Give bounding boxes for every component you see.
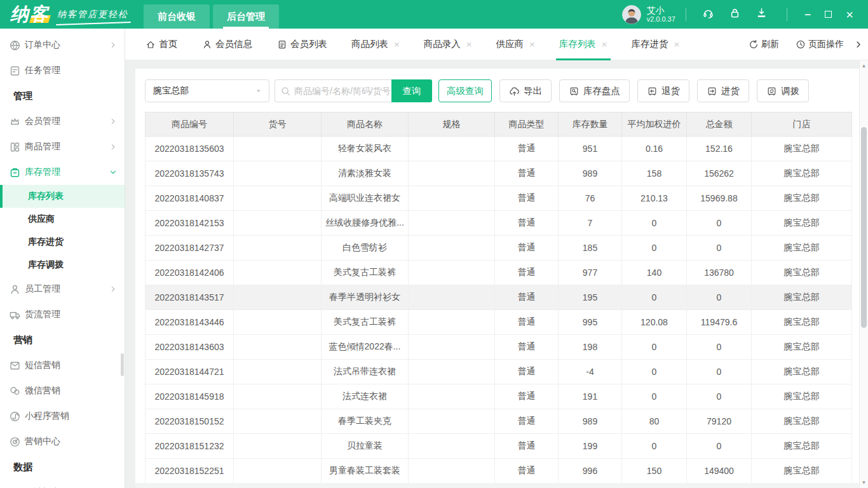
minimize-button[interactable]: −: [804, 9, 811, 20]
sidebar-item-sms-marketing[interactable]: 短信营销: [0, 353, 125, 378]
customer-service-icon[interactable]: [702, 7, 717, 22]
close-button[interactable]: ×: [846, 8, 853, 21]
table-row[interactable]: 20220318135603轻奢女装风衣普通9510.16152.16腕宝总部: [146, 137, 852, 161]
page-tabbar: 首页会员信息会员列表商品列表×商品录入×供应商×库存列表×库存进货× 刷新 页面…: [125, 29, 868, 60]
sidebar-item-logistics-management[interactable]: 货流管理: [0, 302, 125, 327]
column-header: 门店: [752, 112, 852, 137]
tab-home[interactable]: 首页: [137, 29, 186, 60]
maximize-button[interactable]: [825, 11, 832, 18]
chevron-right-icon[interactable]: [854, 40, 863, 49]
sidebar-item-miniprogram-marketing[interactable]: 小程序营销: [0, 403, 125, 429]
table-cell: 0: [687, 434, 752, 459]
scroll-up-arrow-icon[interactable]: ▲: [860, 63, 868, 69]
sidebar-item-statistics-report[interactable]: 统计报表: [0, 480, 125, 488]
tab-inventory-list[interactable]: 库存列表×: [551, 29, 616, 60]
tab-member-list[interactable]: 会员列表: [268, 29, 336, 60]
table-row[interactable]: 20220318142153丝绒收腰修身优雅...普通700腕宝总部: [146, 211, 852, 236]
sidebar-item-inventory-list[interactable]: 库存列表: [0, 185, 125, 208]
table-row[interactable]: 20220318143517春季半透明衬衫女普通19500腕宝总部: [146, 285, 852, 310]
tab-close-icon[interactable]: ×: [529, 39, 535, 50]
table-row[interactable]: 20220318142406美式复古工装裤普通977140136780腕宝总部: [146, 261, 852, 285]
table-row[interactable]: 20220318145918法式连衣裙普通19100腕宝总部: [146, 384, 852, 409]
sidebar-item-staff-management[interactable]: 员工管理: [0, 276, 125, 302]
query-button[interactable]: 查询: [391, 79, 432, 102]
table-row[interactable]: 20220318151232贝拉童装普通19900腕宝总部: [146, 434, 852, 459]
sidebar-item-product-management[interactable]: 商品管理: [0, 134, 125, 159]
tab-inventory-purchase[interactable]: 库存进货×: [623, 29, 688, 60]
sidebar-item-order-center[interactable]: 订单中心: [0, 32, 125, 58]
table-cell: [234, 384, 322, 409]
horizontal-scrollbar-track[interactable]: [135, 483, 859, 488]
sidebar: 订单中心任务管理管理会员管理商品管理库存管理库存列表供应商库存进货库存调拨员工管…: [0, 29, 125, 488]
table-row[interactable]: 20220318143603蓝色倾情2022春...普通19800腕宝总部: [146, 335, 852, 360]
return-goods-button[interactable]: 退货: [637, 79, 689, 102]
table-cell: [234, 137, 322, 161]
user-info[interactable]: 艾小 v2.0.0.37: [647, 5, 675, 24]
table-cell: 腕宝总部: [752, 360, 852, 384]
transfer-button[interactable]: 调拨: [757, 79, 809, 102]
nav-tab-front-cashier[interactable]: 前台收银: [144, 4, 210, 29]
inventory-icon: [9, 166, 21, 179]
tab-product-list[interactable]: 商品列表×: [343, 29, 408, 60]
sidebar-item-label: 订单中心: [25, 39, 60, 51]
sidebar-item-wechat-marketing[interactable]: 微信营销: [0, 378, 125, 403]
sidebar-item-member-management[interactable]: 会员管理: [0, 109, 125, 134]
table-cell: 0: [622, 236, 687, 261]
page-operations-button[interactable]: 页面操作: [796, 39, 844, 50]
nav-tab-backend-admin[interactable]: 后台管理: [213, 4, 279, 29]
tab-close-icon[interactable]: ×: [602, 39, 607, 50]
table-cell: [234, 434, 322, 459]
table-cell: 清素淡雅女装: [322, 161, 409, 186]
table-row[interactable]: 20220318150152春季工装夹克普通9898079120腕宝总部: [146, 409, 852, 434]
table-row[interactable]: 20220318152251男童春装工装套装普通996150149400腕宝总部: [146, 459, 852, 484]
table-cell: 腕宝总部: [752, 310, 852, 335]
table-cell: 腕宝总部: [752, 335, 852, 360]
table-cell: 20220318151232: [146, 434, 234, 459]
user-avatar[interactable]: [622, 5, 641, 24]
close-icon: ×: [846, 8, 853, 21]
sidebar-item-marketing-center[interactable]: 营销中心: [0, 429, 125, 454]
sidebar-item-inventory-transfer[interactable]: 库存调拨: [0, 254, 125, 276]
refresh-button[interactable]: 刷新: [749, 39, 779, 50]
search-input[interactable]: [294, 86, 391, 96]
table-cell: 普通: [495, 459, 559, 484]
sidebar-item-supplier[interactable]: 供应商: [0, 208, 125, 231]
tab-close-icon[interactable]: ×: [466, 39, 472, 50]
table-cell: 79120: [687, 409, 752, 434]
sidebar-item-task-management[interactable]: 任务管理: [0, 58, 125, 83]
table-cell: 76: [559, 186, 622, 211]
tasks-icon: [9, 65, 21, 77]
export-button[interactable]: 导出: [499, 79, 552, 102]
inventory-table: 商品编号货号商品名称规格商品类型库存数量平均加权进价总金额门店202203181…: [145, 112, 852, 484]
table-row[interactable]: 20220318143446美式复古工装裤普通995120.08119479.6…: [146, 310, 852, 335]
advanced-query-button[interactable]: 高级查询: [438, 79, 492, 102]
app-logo: 纳客 纳客管店更轻松: [0, 2, 135, 27]
sidebar-item-inventory-management[interactable]: 库存管理: [0, 159, 125, 185]
nav-tab-label: 前台收银: [158, 11, 196, 23]
caret-down-icon: [254, 86, 263, 95]
staff-icon: [9, 283, 21, 295]
header-action-icons: [696, 7, 776, 22]
table-row[interactable]: 20220318135743清素淡雅女装普通989158156262腕宝总部: [146, 161, 852, 186]
purchase-button[interactable]: 进货: [697, 79, 749, 102]
table-row[interactable]: 20220318140837高端职业连衣裙女普通76210.1315969.88…: [146, 186, 852, 211]
vertical-scrollbar-thumb[interactable]: [861, 127, 867, 328]
tab-member-info[interactable]: 会员信息: [193, 29, 261, 60]
table-row[interactable]: 20220318142737白色雪纺衫普通18500腕宝总部: [146, 236, 852, 261]
table-row[interactable]: 20220318144721法式吊带连衣裙普通-400腕宝总部: [146, 360, 852, 384]
tab-close-icon[interactable]: ×: [674, 39, 680, 50]
scroll-down-arrow-icon[interactable]: ▼: [860, 480, 868, 485]
download-icon[interactable]: [756, 7, 771, 22]
tab-supplier[interactable]: 供应商×: [488, 29, 543, 60]
table-cell: 普通: [495, 384, 559, 409]
store-selector[interactable]: 腕宝总部: [145, 79, 269, 102]
tab-close-icon[interactable]: ×: [394, 39, 400, 50]
table-cell: 150: [622, 459, 687, 484]
table-cell: 195: [559, 285, 622, 310]
sidebar-item-inventory-purchase[interactable]: 库存进货: [0, 231, 125, 254]
lock-icon[interactable]: [729, 7, 744, 22]
tab-product-entry[interactable]: 商品录入×: [416, 29, 480, 60]
sidebar-scrollbar-thumb[interactable]: [121, 353, 124, 376]
stocktake-button[interactable]: 库存盘点: [559, 79, 630, 102]
vertical-scrollbar[interactable]: ▲ ▼: [859, 60, 868, 488]
